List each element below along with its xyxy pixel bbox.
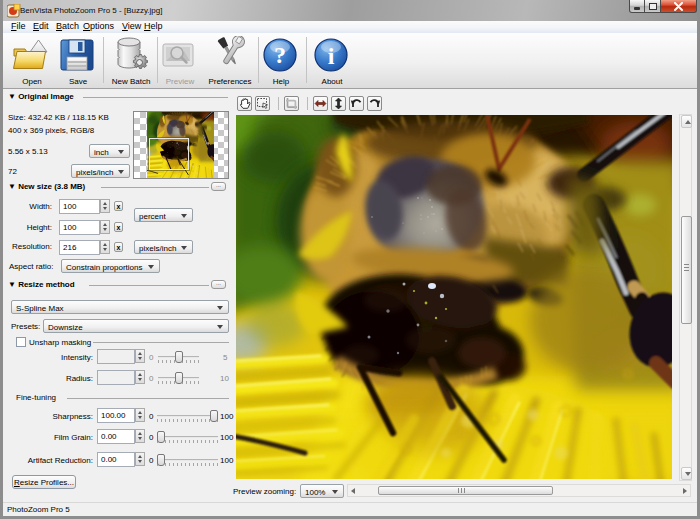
- svg-text:?: ?: [274, 42, 286, 68]
- svg-text:i: i: [328, 43, 335, 69]
